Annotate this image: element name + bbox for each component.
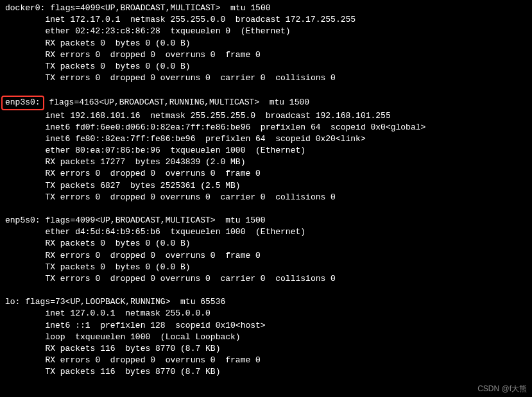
interface-flags: flags=4163<UP,BROADCAST,RUNNING,MULTICAS… [44,97,309,107]
interface-header-line: enp5s0: flags=4099<UP,BROADCAST,MULTICAS… [5,215,527,226]
interface-detail-line: RX packets 0 bytes 0 (0.0 B) [5,38,527,49]
interface-detail-line: RX errors 0 dropped 0 overruns 0 frame 0 [5,168,527,180]
interface-detail-line: TX errors 0 dropped 0 overruns 0 carrier… [5,273,527,285]
interface-detail-line: inet6 fd0f:6ee0:d066:0:82ea:7ff:fe86:be9… [5,122,527,133]
interface-detail-line: RX packets 116 bytes 8770 (8.7 KB) [5,343,527,355]
interface-block: lo: flags=73<UP,LOOPBACK,RUNNING> mtu 65… [5,296,527,378]
interface-block: enp3s0: flags=4163<UP,BROADCAST,RUNNING,… [5,96,527,203]
interface-header-line: enp3s0: flags=4163<UP,BROADCAST,RUNNING,… [5,96,527,110]
interface-detail-line: ether 80:ea:07:86:be:96 txqueuelen 1000 … [5,145,527,156]
terminal-output: docker0: flags=4099<UP,BROADCAST,MULTICA… [5,3,527,378]
interface-detail-line: RX packets 17277 bytes 2043839 (2.0 MB) [5,156,527,168]
interface-header-line: docker0: flags=4099<UP,BROADCAST,MULTICA… [5,3,527,14]
watermark: CSDN @f大熊 [477,384,527,394]
interface-detail-line: TX packets 0 bytes 0 (0.0 B) [5,61,527,72]
interface-detail-line: ether d4:5d:64:b9:65:b6 txqueuelen 1000 … [5,226,527,238]
interface-detail-line: RX packets 0 bytes 0 (0.0 B) [5,238,527,249]
interface-detail-line: TX packets 6827 bytes 2525361 (2.5 MB) [5,180,527,192]
interface-header-line: lo: flags=73<UP,LOOPBACK,RUNNING> mtu 65… [5,296,527,308]
interface-detail-line: inet 192.168.101.16 netmask 255.255.255.… [5,110,527,122]
interface-detail-line: ether 02:42:23:c8:86:28 txqueuelen 0 (Et… [5,26,527,37]
interface-detail-line: TX packets 0 bytes 0 (0.0 B) [5,262,527,273]
interface-block: enp5s0: flags=4099<UP,BROADCAST,MULTICAS… [5,215,527,285]
interface-block: docker0: flags=4099<UP,BROADCAST,MULTICA… [5,3,527,84]
interface-detail-line: inet 172.17.0.1 netmask 255.255.0.0 broa… [5,14,527,26]
interface-name: docker0: [5,3,45,13]
interface-detail-line: inet6 fe80::82ea:7ff:fe86:be96 prefixlen… [5,133,527,145]
interface-flags: flags=4099<UP,BROADCAST,MULTICAST> mtu 1… [45,3,270,13]
interface-detail-line: inet6 ::1 prefixlen 128 scopeid 0x10<hos… [5,320,527,332]
interface-name: lo: [5,297,20,307]
interface-name: enp5s0: [5,215,40,225]
interface-flags: flags=4099<UP,BROADCAST,MULTICAST> mtu 1… [40,215,266,225]
interface-detail-line: RX errors 0 dropped 0 overruns 0 frame 0 [5,355,527,366]
interface-name-highlighted: enp3s0: [1,96,44,110]
interface-detail-line: TX packets 116 bytes 8770 (8.7 KB) [5,366,527,378]
interface-detail-line: RX errors 0 dropped 0 overruns 0 frame 0 [5,250,527,262]
interface-flags: flags=73<UP,LOOPBACK,RUNNING> mtu 65536 [20,297,225,307]
interface-detail-line: inet 127.0.0.1 netmask 255.0.0.0 [5,308,527,319]
interface-detail-line: TX errors 0 dropped 0 overruns 0 carrier… [5,72,527,84]
interface-detail-line: loop txqueuelen 1000 (Local Loopback) [5,332,527,343]
interface-detail-line: TX errors 0 dropped 0 overruns 0 carrier… [5,192,527,203]
interface-detail-line: RX errors 0 dropped 0 overruns 0 frame 0 [5,49,527,61]
